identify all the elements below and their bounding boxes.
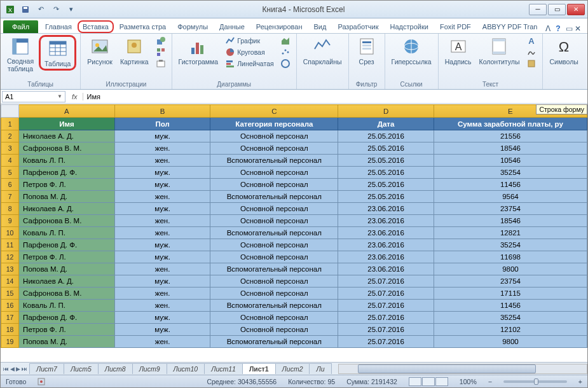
cell[interactable]: 11456 — [434, 179, 587, 191]
cell[interactable]: 9800 — [434, 336, 587, 348]
slicer-button[interactable]: Срез — [353, 35, 381, 67]
cell[interactable]: жен. — [114, 300, 210, 312]
cell[interactable]: 25.05.2016 — [338, 130, 434, 142]
signature-button[interactable] — [524, 46, 538, 58]
cell[interactable]: 25.05.2016 — [338, 191, 434, 203]
cell[interactable]: Попова М. Д. — [19, 263, 115, 275]
cell[interactable]: 17115 — [434, 288, 587, 300]
tab-formulas[interactable]: Формулы — [172, 20, 214, 33]
shapes-button[interactable] — [154, 35, 168, 46]
file-tab[interactable]: Файл — [3, 20, 38, 33]
cell[interactable]: 23754 — [434, 275, 587, 288]
minimize-ribbon-icon[interactable]: ᐱ — [545, 24, 550, 33]
cell[interactable]: 18546 — [434, 215, 587, 227]
cell[interactable]: Вспомогательный персонал — [210, 300, 338, 312]
cell[interactable]: 12821 — [434, 227, 587, 239]
textbox-button[interactable]: A Надпись — [442, 35, 474, 67]
namebox-dropdown-icon[interactable]: ▼ — [57, 94, 62, 99]
cell[interactable]: 35254 — [434, 167, 587, 179]
picture-button[interactable]: Рисунок — [85, 35, 115, 67]
cell[interactable]: Петров Ф. Л. — [19, 179, 115, 191]
row-header-19[interactable]: 19 — [1, 336, 19, 348]
header-footer-button[interactable]: Колонтитулы — [477, 35, 523, 67]
formula-bar[interactable]: Имя — [83, 92, 587, 102]
cell[interactable]: Вспомогательный персонал — [210, 191, 338, 203]
cell[interactable]: Основной персонал — [210, 179, 338, 191]
table-header-cell[interactable]: Сумма заработной платы, ру — [434, 118, 587, 130]
pivot-table-button[interactable]: Сводная таблица — [4, 35, 36, 74]
cell[interactable]: Вспомогательный персонал — [210, 155, 338, 167]
row-header-1[interactable]: 1 — [1, 118, 19, 130]
zoom-out-icon[interactable]: − — [488, 378, 492, 385]
qat-more-icon[interactable]: ▾ — [64, 3, 78, 17]
area-chart-button[interactable] — [278, 35, 292, 46]
other-chart-button[interactable] — [278, 58, 292, 69]
cell[interactable]: муж. — [114, 324, 210, 336]
cell[interactable]: Коваль Л. П. — [19, 300, 115, 312]
tab-page-layout[interactable]: Разметка стра — [114, 20, 172, 33]
table-header-cell[interactable]: Дата — [338, 118, 434, 130]
fx-icon[interactable]: fx — [67, 93, 83, 100]
cell[interactable]: Сафронова В. М. — [19, 215, 115, 227]
tab-addins[interactable]: Надстройки — [385, 20, 434, 33]
cell[interactable]: Сафронова В. М. — [19, 142, 115, 155]
cell[interactable]: 35254 — [434, 239, 587, 251]
zoom-slider[interactable] — [503, 380, 567, 383]
minimize-button[interactable]: ─ — [529, 4, 547, 15]
row-header-5[interactable]: 5 — [1, 167, 19, 179]
maximize-button[interactable]: ▭ — [548, 4, 566, 15]
row-header-17[interactable]: 17 — [1, 312, 19, 324]
cell[interactable]: 18546 — [434, 142, 587, 155]
row-header-11[interactable]: 11 — [1, 239, 19, 251]
save-icon[interactable] — [18, 3, 32, 17]
sheet-first-icon[interactable]: ⏮ — [3, 366, 9, 372]
row-header-15[interactable]: 15 — [1, 288, 19, 300]
pie-chart-button[interactable]: Круговая — [223, 46, 276, 58]
cell[interactable]: жен. — [114, 263, 210, 275]
tab-data[interactable]: Данные — [214, 20, 250, 33]
cell[interactable]: Вспомогательный персонал — [210, 336, 338, 348]
tab-developer[interactable]: Разработчик — [332, 20, 384, 33]
sheet-tab[interactable]: Лист7 — [29, 363, 64, 374]
cell[interactable]: муж. — [114, 130, 210, 142]
smartart-button[interactable] — [154, 46, 168, 58]
bar-chart-button[interactable]: Линейчатая — [223, 58, 276, 69]
cell[interactable]: муж. — [114, 179, 210, 191]
cell[interactable]: Основной персонал — [210, 312, 338, 324]
cell[interactable]: Попова М. Д. — [19, 191, 115, 203]
undo-icon[interactable]: ↶ — [34, 3, 48, 17]
redo-icon[interactable]: ↷ — [49, 3, 63, 17]
select-all-corner[interactable] — [1, 105, 19, 118]
cell[interactable]: 25.05.2016 — [338, 167, 434, 179]
cell[interactable]: 25.07.2016 — [338, 312, 434, 324]
macro-record-icon[interactable] — [38, 378, 45, 385]
cell[interactable]: 25.07.2016 — [338, 324, 434, 336]
sheet-tab[interactable]: Лист8 — [98, 363, 133, 374]
tab-view[interactable]: Вид — [308, 20, 332, 33]
cell[interactable]: Основной персонал — [210, 203, 338, 215]
cell[interactable]: Парфенов Д. Ф. — [19, 239, 115, 251]
row-header-10[interactable]: 10 — [1, 227, 19, 239]
cell[interactable]: 23.06.2016 — [338, 239, 434, 251]
row-header-7[interactable]: 7 — [1, 191, 19, 203]
close-button[interactable]: ✕ — [567, 4, 585, 15]
cell[interactable]: 25.07.2016 — [338, 336, 434, 348]
view-layout-button[interactable] — [422, 377, 435, 386]
name-box[interactable]: A1 ▼ — [2, 91, 65, 102]
wordart-button[interactable]: A — [524, 35, 538, 46]
cell[interactable]: Вспомогательный персонал — [210, 227, 338, 239]
row-header-6[interactable]: 6 — [1, 179, 19, 191]
sheet-tab[interactable]: Лист10 — [167, 363, 205, 374]
tab-insert[interactable]: Вставка — [78, 20, 114, 33]
symbols-button[interactable]: Ω Символы — [547, 35, 580, 67]
zoom-level[interactable]: 100% — [460, 378, 477, 385]
cell[interactable]: жен. — [114, 142, 210, 155]
cell[interactable]: Основной персонал — [210, 142, 338, 155]
tab-abbyy[interactable]: ABBYY PDF Tran — [477, 20, 544, 33]
table-header-cell[interactable]: Пол — [114, 118, 210, 130]
cell[interactable]: 23.06.2016 — [338, 227, 434, 239]
scatter-chart-button[interactable] — [278, 46, 292, 58]
table-header-cell[interactable]: Имя — [19, 118, 115, 130]
sheet-last-icon[interactable]: ⏭ — [22, 366, 27, 372]
sheet-tab[interactable]: Ли — [309, 363, 331, 374]
